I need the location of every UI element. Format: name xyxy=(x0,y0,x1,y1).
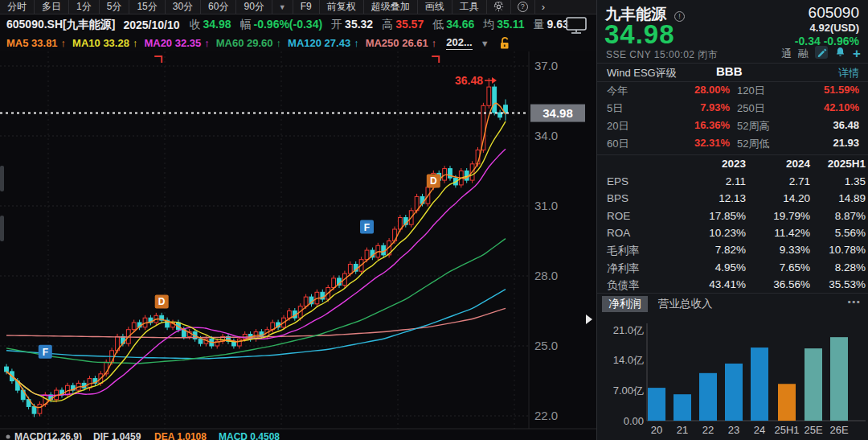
info-icon[interactable]: ! xyxy=(674,7,685,22)
quote-date: 2025/10/10 xyxy=(123,19,179,31)
stock-code: 605090 xyxy=(809,4,859,22)
earnings-bar[interactable] xyxy=(648,388,665,421)
earnings-bar[interactable] xyxy=(725,364,743,421)
timeframe-dropdown[interactable]: ▼ xyxy=(272,0,293,14)
ma-legend-MA120: MA120 27.43 xyxy=(288,37,350,49)
left-edge-handle[interactable] xyxy=(0,166,4,191)
earnings-bar[interactable] xyxy=(778,384,796,421)
toolbar-item-15分[interactable]: 15分 xyxy=(129,0,165,14)
fin-cell: 8.87% xyxy=(597,210,866,222)
last-price-tag-label: 34.98 xyxy=(542,106,573,120)
quote-field-value: 35.11 xyxy=(497,18,524,31)
help-icon[interactable]: ? xyxy=(511,0,535,14)
perf-value: 42.10% xyxy=(597,101,859,113)
fin-col-header: 2025H1 xyxy=(597,158,866,170)
candle-body xyxy=(199,339,203,343)
quote-field-均: 均35.11 xyxy=(483,18,524,32)
toolbar-item-工具[interactable]: 工具 xyxy=(452,0,487,14)
up-arrow-icon: ↑ xyxy=(204,37,210,49)
esg-detail-link[interactable]: 详情 xyxy=(838,66,859,80)
toolbar-item-分时[interactable]: 分时 xyxy=(0,0,35,14)
earnings-bar[interactable] xyxy=(674,394,691,421)
candle-body xyxy=(5,367,9,372)
y-axis-label: 37.0 xyxy=(534,59,558,72)
main-chart[interactable]: 37.034.031.028.025.022.034.9836.48FDFDMA… xyxy=(0,51,596,440)
bar-y-axis-label: 7.00亿 xyxy=(613,384,644,397)
high-annotation-label: 36.48 xyxy=(455,74,483,87)
panel-collapse-arrow-icon[interactable] xyxy=(586,315,592,324)
tab-net-profit[interactable]: 净利润 xyxy=(602,296,648,312)
left-edge-handle[interactable] xyxy=(0,216,4,241)
chevron-right-icon[interactable]: › xyxy=(535,0,551,14)
ma5-line xyxy=(6,103,506,407)
earnings-bar-chart[interactable]: 21.0亿14.0亿7.00亿0.00202122232425H125E26E xyxy=(597,315,868,440)
toolbar-item-f9[interactable]: F9 xyxy=(293,0,320,14)
quote-bar: 605090.SH[九丰能源] 2025/10/10 收34.98幅-0.96%… xyxy=(0,14,596,35)
bar-category-label: 20 xyxy=(651,424,662,436)
add-icon[interactable]: + xyxy=(853,48,861,60)
period-selector[interactable]: 202... xyxy=(446,36,473,50)
usd-price: 4.92(USD) xyxy=(810,22,859,34)
marker-badge-label: F xyxy=(43,347,48,358)
earnings-bar[interactable] xyxy=(699,373,717,421)
candlestick-chart[interactable]: 37.034.031.028.025.022.034.9836.48FDFDMA… xyxy=(0,51,596,440)
ma10-line xyxy=(6,121,506,401)
tab-total-revenue[interactable]: 营业总收入 xyxy=(653,296,718,312)
toolbar-item-5分[interactable]: 5分 xyxy=(100,0,130,14)
divider xyxy=(597,154,868,155)
arrow-head xyxy=(492,77,497,84)
event-tick-mark xyxy=(432,56,439,63)
margin-badge-融: 融 xyxy=(798,47,809,61)
screen-share-icon[interactable] xyxy=(565,16,588,38)
quick-action-icons: 通融+ xyxy=(781,46,861,61)
bar-category-label: 25E xyxy=(804,424,822,436)
alert-bell-icon[interactable] xyxy=(834,46,846,61)
ma-legend-MA10: MA10 33.28 xyxy=(72,37,129,49)
bar-category-label: 21 xyxy=(677,424,688,436)
earnings-bar[interactable] xyxy=(805,348,822,421)
quote-field-低: 低34.66 xyxy=(432,18,474,32)
up-arrow-icon: ↑ xyxy=(61,37,67,49)
bar-y-axis-label: 0.00 xyxy=(624,415,644,427)
unlock-icon[interactable] xyxy=(499,36,511,50)
divider xyxy=(597,293,868,294)
ma-legend-MA20: MA20 32.35 xyxy=(144,37,201,49)
bar-category-label: 23 xyxy=(728,424,739,436)
quote-field-label: 开 xyxy=(331,18,342,31)
candle-body xyxy=(382,245,386,255)
candle-body xyxy=(132,323,136,330)
up-arrow-icon: ↑ xyxy=(354,37,359,49)
quote-field-label: 收 xyxy=(189,18,200,31)
quote-field-value: 34.98 xyxy=(203,18,231,31)
fin-cell: 10.78% xyxy=(597,244,866,256)
toolbar-item-1分[interactable]: 1分 xyxy=(69,0,100,14)
earnings-bar[interactable] xyxy=(751,347,768,421)
toolbar-item-超级叠加[interactable]: 超级叠加 xyxy=(364,0,418,14)
ma120-line xyxy=(6,290,506,359)
gear-icon[interactable] xyxy=(487,0,511,14)
ma-legend-MA250: MA250 26.61 xyxy=(366,37,428,49)
edit-icon[interactable] xyxy=(815,46,828,61)
quote-field-高: 高35.57 xyxy=(382,18,424,32)
more-options-icon[interactable]: ⋯ xyxy=(847,294,861,310)
marker-badge-label: D xyxy=(430,175,437,187)
perf-value: 21.93 xyxy=(597,137,859,149)
toolbar-item-前复权[interactable]: 前复权 xyxy=(320,0,364,14)
ma-legend-MA5: MA5 33.81 xyxy=(6,37,58,49)
toolbar-item-90分[interactable]: 90分 xyxy=(236,0,272,14)
period-dropdown-icon[interactable]: ▼ xyxy=(481,39,489,48)
toolbar-item-多日[interactable]: 多日 xyxy=(35,0,69,14)
candle-body xyxy=(332,278,336,288)
candle-body xyxy=(288,311,292,319)
fin-cell: 5.56% xyxy=(597,227,866,239)
macd-readout: MACD(12,26,9) xyxy=(14,431,82,440)
toolbar-item-画线[interactable]: 画线 xyxy=(418,0,452,14)
margin-badge-通: 通 xyxy=(781,47,792,61)
toolbar-item-60分[interactable]: 60分 xyxy=(201,0,236,14)
bar-y-axis-label: 21.0亿 xyxy=(613,324,644,336)
earnings-bar[interactable] xyxy=(830,337,848,421)
toolbar-item-30分[interactable]: 30分 xyxy=(166,0,201,14)
candle-body xyxy=(365,250,369,260)
toolbar: 分时多日1分5分15分30分60分90分▼F9前复权超级叠加画线工具?› xyxy=(0,0,596,14)
macd-readout: DIF 1.0459 xyxy=(93,431,141,440)
